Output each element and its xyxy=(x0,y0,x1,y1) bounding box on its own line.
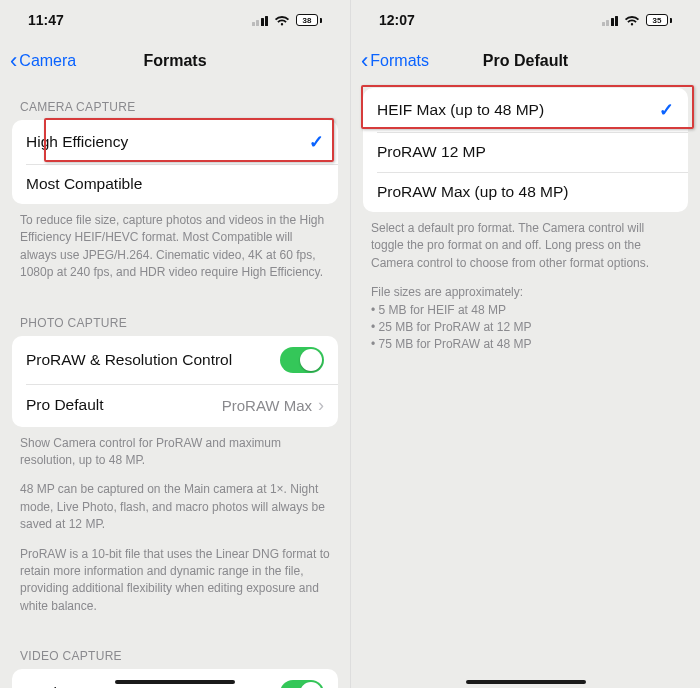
section-header-camera-capture: CAMERA CAPTURE xyxy=(0,82,350,120)
wifi-icon xyxy=(274,14,290,26)
row-proraw-max[interactable]: ProRAW Max (up to 48 MP) xyxy=(363,172,688,212)
group-pro-default: HEIF Max (up to 48 MP) ✓ ProRAW 12 MP Pr… xyxy=(363,88,688,212)
chevron-right-icon: › xyxy=(318,395,324,416)
home-indicator[interactable] xyxy=(466,680,586,684)
group-video-capture: Apple ProRes xyxy=(12,669,338,688)
row-proraw-control[interactable]: ProRAW & Resolution Control xyxy=(12,336,338,384)
page-title: Pro Default xyxy=(483,52,568,70)
row-high-efficiency[interactable]: High Efficiency ✓ xyxy=(12,120,338,164)
row-value: ProRAW Max xyxy=(222,397,318,414)
back-button[interactable]: ‹ Formats xyxy=(361,40,429,82)
battery-icon: 38 xyxy=(296,14,322,26)
row-label: HEIF Max (up to 48 MP) xyxy=(377,101,544,119)
status-time: 11:47 xyxy=(28,12,64,28)
settings-scroll[interactable]: HEIF Max (up to 48 MP) ✓ ProRAW 12 MP Pr… xyxy=(351,82,700,688)
wifi-icon xyxy=(624,14,640,26)
status-bar: 12:07 35 xyxy=(351,0,700,40)
group-camera-capture: High Efficiency ✓ Most Compatible xyxy=(12,120,338,204)
row-label: ProRAW & Resolution Control xyxy=(26,351,232,369)
back-label: Camera xyxy=(19,52,76,70)
checkmark-icon: ✓ xyxy=(659,99,674,121)
footer-camera-capture: To reduce file size, capture photos and … xyxy=(0,204,350,298)
cellular-icon xyxy=(252,15,269,26)
section-header-video-capture: VIDEO CAPTURE xyxy=(0,631,350,669)
left-screenshot: 11:47 38 ‹ Camera Formats CAMERA CAPTURE xyxy=(0,0,350,688)
page-title: Formats xyxy=(143,52,206,70)
row-proraw-12[interactable]: ProRAW 12 MP xyxy=(363,132,688,172)
cellular-icon xyxy=(602,15,619,26)
section-header-photo-capture: PHOTO CAPTURE xyxy=(0,298,350,336)
status-bar: 11:47 38 xyxy=(0,0,350,40)
home-indicator[interactable] xyxy=(115,680,235,684)
status-time: 12:07 xyxy=(379,12,415,28)
toggle-on-icon[interactable] xyxy=(280,347,324,373)
row-label: ProRAW Max (up to 48 MP) xyxy=(377,183,569,201)
nav-bar: ‹ Formats Pro Default xyxy=(351,40,700,82)
footer-pro-default: Select a default pro format. The Camera … xyxy=(351,212,700,370)
nav-bar: ‹ Camera Formats xyxy=(0,40,350,82)
battery-icon: 35 xyxy=(646,14,672,26)
row-heif-max[interactable]: HEIF Max (up to 48 MP) ✓ xyxy=(363,88,688,132)
settings-scroll[interactable]: CAMERA CAPTURE High Efficiency ✓ Most Co… xyxy=(0,82,350,688)
chevron-left-icon: ‹ xyxy=(361,50,368,72)
row-label: Apple ProRes xyxy=(26,684,122,688)
back-label: Formats xyxy=(370,52,429,70)
row-label: Most Compatible xyxy=(26,175,142,193)
back-button[interactable]: ‹ Camera xyxy=(10,40,76,82)
footer-photo-capture: Show Camera control for ProRAW and maxim… xyxy=(0,427,350,632)
row-label: High Efficiency xyxy=(26,133,128,151)
row-apple-prores[interactable]: Apple ProRes xyxy=(12,669,338,688)
row-pro-default[interactable]: Pro Default ProRAW Max › xyxy=(12,384,338,427)
toggle-on-icon[interactable] xyxy=(280,680,324,688)
row-label: Pro Default xyxy=(26,396,104,414)
chevron-left-icon: ‹ xyxy=(10,50,17,72)
checkmark-icon: ✓ xyxy=(309,131,324,153)
row-most-compatible[interactable]: Most Compatible xyxy=(12,164,338,204)
row-label: ProRAW 12 MP xyxy=(377,143,486,161)
right-screenshot: 12:07 35 ‹ Formats Pro Default xyxy=(350,0,700,688)
group-photo-capture: ProRAW & Resolution Control Pro Default … xyxy=(12,336,338,427)
